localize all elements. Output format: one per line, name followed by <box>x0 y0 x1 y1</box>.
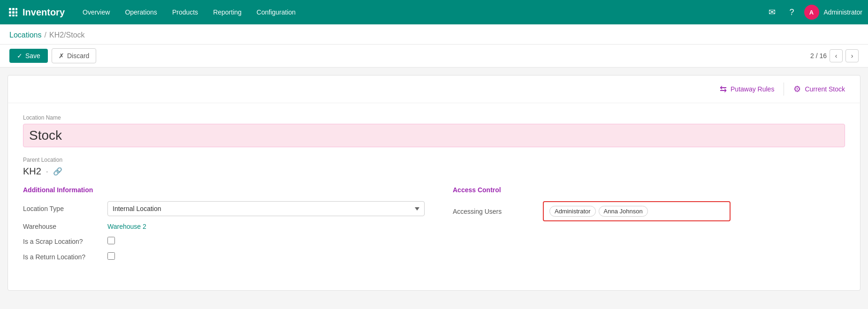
help-icon[interactable]: ? <box>784 5 799 20</box>
avatar[interactable]: A <box>804 5 819 20</box>
two-col-section: Additional Information Location Type Int… <box>23 186 845 268</box>
svg-rect-0 <box>9 8 11 10</box>
pager-next-button[interactable]: › <box>845 49 859 62</box>
is-scrap-label: Is a Scrap Location? <box>23 238 107 245</box>
app-grid-icon[interactable] <box>6 5 21 20</box>
nav-reporting[interactable]: Reporting <box>206 5 248 20</box>
nav-configuration[interactable]: Configuration <box>250 5 302 20</box>
action-separator <box>784 83 784 96</box>
accessing-users-row: Accessing Users Administrator Anna Johns… <box>453 201 845 221</box>
app-title: Inventory <box>23 7 65 18</box>
parent-location-value: KH2 <box>23 166 41 177</box>
form-actions-row: ⇆ Putaway Rules ⚙ Current Stock <box>8 75 860 103</box>
discard-button[interactable]: ✗ Discard <box>52 48 96 63</box>
pager-text: 2 / 16 <box>810 52 827 60</box>
putaway-icon: ⇆ <box>720 84 727 94</box>
is-return-row: Is a Return Location? <box>23 252 425 261</box>
warehouse-label: Warehouse <box>23 223 107 230</box>
chat-icon[interactable]: ✉ <box>765 5 780 20</box>
nav-operations[interactable]: Operations <box>118 5 163 20</box>
breadcrumb: Locations / KH2/Stock <box>0 24 868 45</box>
top-navigation: Inventory Overview Operations Products R… <box>0 0 868 24</box>
parent-location-separator: - <box>46 168 48 175</box>
svg-rect-6 <box>9 15 11 16</box>
warehouse-value[interactable]: Warehouse 2 <box>107 223 146 230</box>
warehouse-field: Warehouse 2 <box>107 223 425 230</box>
additional-info-section: Additional Information Location Type Int… <box>23 186 425 268</box>
location-type-field: Internal Location <box>107 201 425 216</box>
svg-rect-8 <box>15 15 17 16</box>
svg-rect-1 <box>12 8 15 10</box>
svg-rect-3 <box>9 11 11 14</box>
location-type-row: Location Type Internal Location <box>23 201 425 216</box>
breadcrumb-parent[interactable]: Locations <box>9 31 42 39</box>
is-scrap-row: Is a Scrap Location? <box>23 237 425 246</box>
parent-location-row: KH2 - 🔗 <box>23 166 845 177</box>
svg-rect-4 <box>12 11 15 14</box>
location-type-select[interactable]: Internal Location <box>107 201 425 216</box>
accessing-users-label: Accessing Users <box>453 208 537 215</box>
nav-overview[interactable]: Overview <box>76 5 116 20</box>
discard-label: Discard <box>67 52 89 60</box>
is-scrap-checkbox[interactable] <box>107 237 115 244</box>
save-button[interactable]: ✓ Save <box>9 49 48 63</box>
location-name-label: Location Name <box>23 114 845 121</box>
form-toolbar: ✓ Save ✗ Discard 2 / 16 ‹ › <box>0 45 868 68</box>
accessing-users-box[interactable]: Administrator Anna Johnson <box>543 201 731 221</box>
svg-rect-2 <box>15 8 17 10</box>
putaway-rules-button[interactable]: ⇆ Putaway Rules <box>714 81 780 97</box>
access-control-title: Access Control <box>453 186 845 194</box>
access-control-section: Access Control Accessing Users Administr… <box>443 186 845 268</box>
top-nav-icons: ✉ ? A Administrator <box>765 5 862 20</box>
additional-info-title: Additional Information <box>23 186 425 194</box>
location-name-input[interactable] <box>23 124 845 147</box>
putaway-rules-label: Putaway Rules <box>731 85 774 93</box>
breadcrumb-separator: / <box>45 31 46 39</box>
warehouse-row: Warehouse Warehouse 2 <box>23 223 425 230</box>
pager-prev-button[interactable]: ‹ <box>830 49 843 62</box>
location-type-label: Location Type <box>23 205 107 212</box>
stock-icon: ⚙ <box>793 84 801 94</box>
check-icon: ✓ <box>17 52 23 60</box>
pager: 2 / 16 ‹ › <box>810 49 859 62</box>
is-scrap-field <box>107 237 425 246</box>
external-link-icon[interactable]: 🔗 <box>53 167 62 176</box>
is-return-field <box>107 252 425 261</box>
is-return-label: Is a Return Location? <box>23 253 107 261</box>
parent-location-group: Parent Location KH2 - 🔗 <box>23 157 845 177</box>
admin-name: Administrator <box>824 8 862 16</box>
nav-products[interactable]: Products <box>166 5 205 20</box>
is-return-checkbox[interactable] <box>107 252 115 260</box>
breadcrumb-current: KH2/Stock <box>49 31 85 39</box>
svg-rect-5 <box>15 11 17 14</box>
user-tag-anna-johnson[interactable]: Anna Johnson <box>599 206 648 217</box>
form-body: Location Name Parent Location KH2 - 🔗 Ad… <box>8 103 860 279</box>
location-name-group: Location Name <box>23 114 845 147</box>
main-form: ⇆ Putaway Rules ⚙ Current Stock Location… <box>8 75 860 291</box>
x-icon: ✗ <box>59 52 64 60</box>
svg-rect-7 <box>12 15 15 16</box>
current-stock-label: Current Stock <box>805 85 845 93</box>
user-tag-administrator[interactable]: Administrator <box>549 206 596 217</box>
parent-location-label: Parent Location <box>23 157 845 163</box>
save-label: Save <box>25 52 40 60</box>
current-stock-button[interactable]: ⚙ Current Stock <box>788 81 851 97</box>
